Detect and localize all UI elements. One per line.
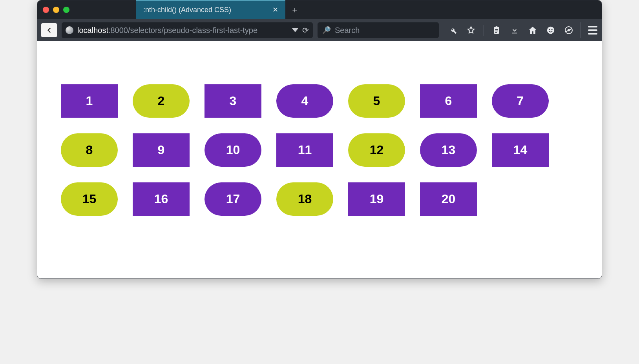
browser-window: :nth-child() (Advanced CSS) ✕ ＋ localhos…	[37, 0, 602, 279]
svg-point-0	[547, 27, 554, 34]
search-bar[interactable]: 🔍	[318, 22, 439, 38]
box-grid: 1234567891011121314151617181920	[61, 84, 578, 216]
url-host: localhost	[77, 26, 108, 35]
box-item: 17	[204, 182, 261, 216]
box-item: 13	[420, 133, 477, 167]
back-button[interactable]	[41, 23, 57, 37]
search-icon: 🔍	[322, 26, 331, 35]
box-item: 15	[61, 182, 118, 216]
downloads-icon[interactable]	[509, 25, 520, 36]
box-item: 8	[61, 133, 118, 167]
box-item: 5	[348, 84, 405, 118]
addon-icon[interactable]	[563, 25, 574, 36]
close-window-button[interactable]	[43, 7, 49, 13]
search-input[interactable]	[335, 26, 434, 35]
box-item: 1	[61, 84, 118, 118]
toolbar: localhost:8000/selectors/pseudo-class-fi…	[37, 19, 602, 41]
minimize-window-button[interactable]	[53, 7, 59, 13]
box-item: 14	[492, 133, 549, 167]
box-item: 3	[204, 84, 261, 118]
clipboard-icon[interactable]	[491, 25, 502, 36]
box-item: 20	[420, 182, 477, 216]
url-text: localhost:8000/selectors/pseudo-class-fi…	[77, 26, 288, 35]
back-arrow-icon	[45, 26, 53, 34]
devtools-icon[interactable]	[447, 25, 458, 36]
box-item: 19	[348, 182, 405, 216]
box-item: 4	[276, 84, 333, 118]
box-item: 10	[204, 133, 261, 167]
svg-point-2	[551, 29, 553, 30]
tabs: :nth-child() (Advanced CSS) ✕ ＋	[136, 0, 304, 19]
box-item: 6	[420, 84, 477, 118]
toolbar-separator	[484, 25, 484, 36]
box-item: 18	[276, 182, 333, 216]
history-dropdown-button[interactable]	[292, 28, 298, 32]
menu-button[interactable]	[581, 22, 598, 38]
reload-button[interactable]: ⟳	[302, 25, 309, 35]
box-item: 12	[348, 133, 405, 167]
address-bar[interactable]: localhost:8000/selectors/pseudo-class-fi…	[62, 22, 313, 38]
window-controls	[43, 0, 77, 19]
page-content: 1234567891011121314151617181920	[37, 41, 602, 278]
globe-icon	[66, 26, 73, 34]
close-tab-button[interactable]: ✕	[267, 5, 278, 14]
box-item: 2	[133, 84, 190, 118]
maximize-window-button[interactable]	[63, 7, 69, 13]
bookmark-star-icon[interactable]	[466, 25, 477, 36]
svg-point-1	[549, 29, 550, 30]
toolbar-icons	[447, 25, 574, 36]
tab-active[interactable]: :nth-child() (Advanced CSS) ✕	[136, 0, 285, 19]
tab-title: :nth-child() (Advanced CSS)	[143, 6, 267, 14]
svg-point-4	[568, 29, 570, 31]
box-item: 16	[133, 182, 190, 216]
new-tab-button[interactable]: ＋	[285, 0, 304, 19]
box-item: 9	[133, 133, 190, 167]
box-item: 11	[276, 133, 333, 167]
url-path: :8000/selectors/pseudo-class-first-last-…	[108, 26, 257, 35]
home-icon[interactable]	[527, 25, 538, 36]
tab-bar: :nth-child() (Advanced CSS) ✕ ＋	[37, 0, 602, 19]
smiley-icon[interactable]	[545, 25, 556, 36]
box-item: 7	[492, 84, 549, 118]
